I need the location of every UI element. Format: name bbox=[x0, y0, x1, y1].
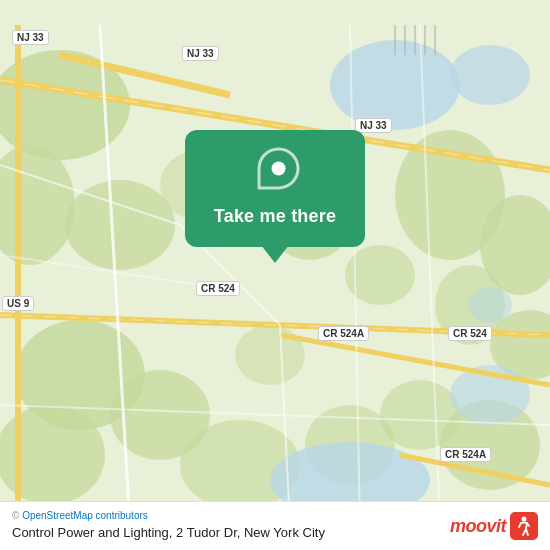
map-background bbox=[0, 0, 550, 550]
bottom-bar: © OpenStreetMap contributors Control Pow… bbox=[0, 501, 550, 550]
road-label-cr524-fr: CR 524 bbox=[448, 326, 492, 341]
road-label-nj33-tc: NJ 33 bbox=[182, 46, 219, 61]
popup-card: Take me there bbox=[185, 130, 365, 247]
road-label-cr524a-b: CR 524A bbox=[440, 447, 491, 462]
road-label-cr524a-r: CR 524A bbox=[318, 326, 369, 341]
svg-point-3 bbox=[65, 180, 175, 270]
osm-copyright: © bbox=[12, 510, 19, 521]
svg-point-18 bbox=[235, 325, 305, 385]
svg-point-45 bbox=[522, 517, 527, 522]
osm-link[interactable]: OpenStreetMap contributors bbox=[22, 510, 148, 521]
take-me-there-button[interactable]: Take me there bbox=[214, 206, 336, 227]
road-label-nj33-tr: NJ 33 bbox=[355, 118, 392, 133]
road-label-nj33-tl: NJ 33 bbox=[12, 30, 49, 45]
moovit-text: moovit bbox=[450, 516, 506, 537]
map-container: NJ 33 NJ 33 NJ 33 CR 524 CR 524A CR 524 … bbox=[0, 0, 550, 550]
svg-point-20 bbox=[450, 45, 530, 105]
moovit-logo: moovit bbox=[450, 512, 538, 540]
road-label-cr524: CR 524 bbox=[196, 281, 240, 296]
location-pin bbox=[242, 139, 308, 205]
road-label-us9: US 9 bbox=[2, 296, 34, 311]
svg-point-23 bbox=[468, 287, 512, 323]
moovit-icon bbox=[510, 512, 538, 540]
address-text: Control Power and Lighting, 2 Tudor Dr, … bbox=[12, 525, 325, 540]
